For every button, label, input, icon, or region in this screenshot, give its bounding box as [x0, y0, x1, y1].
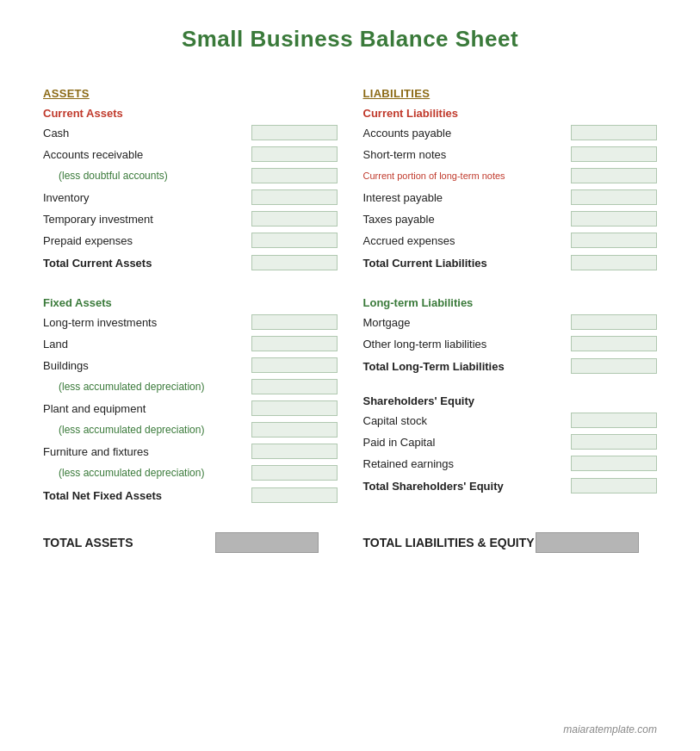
- list-item: Short-term notes: [363, 145, 658, 164]
- less-doubtful-label: (less doubtful accounts): [43, 170, 251, 182]
- list-item: Long-term investments: [43, 313, 338, 332]
- total-longterm-liabilities-label: Total Long-Term Liabilities: [363, 360, 572, 373]
- temporary-investment-label: Temporary investment: [43, 213, 251, 226]
- footer-text: maiaratemplate.com: [563, 723, 657, 735]
- cash-label: Cash: [43, 127, 251, 140]
- list-item: (less accumulated depreciation): [43, 420, 338, 439]
- list-item: Plant and equipment: [43, 399, 338, 418]
- list-item: Mortgage: [363, 313, 658, 332]
- other-longterm-input[interactable]: [571, 336, 657, 351]
- buildings-label: Buildings: [43, 359, 251, 372]
- less-accum-dep-furniture-label: (less accumulated depreciation): [43, 467, 251, 479]
- list-item: Accrued expenses: [363, 231, 658, 250]
- total-longterm-liabilities-input[interactable]: [571, 358, 657, 374]
- list-item: (less accumulated depreciation): [43, 377, 338, 396]
- furniture-fixtures-input[interactable]: [251, 444, 338, 459]
- total-equity-input[interactable]: [571, 478, 657, 493]
- less-accum-dep-buildings-input[interactable]: [251, 379, 338, 394]
- long-term-investments-input[interactable]: [251, 314, 338, 330]
- list-item: Taxes payable: [363, 209, 658, 228]
- prepaid-expenses-label: Prepaid expenses: [43, 234, 251, 247]
- list-item: Cash: [43, 123, 338, 142]
- inventory-label: Inventory: [43, 191, 251, 204]
- total-fixed-assets-input[interactable]: [251, 487, 338, 503]
- inventory-input[interactable]: [251, 189, 338, 205]
- plant-equipment-input[interactable]: [251, 400, 338, 416]
- list-item: Prepaid expenses: [43, 231, 338, 250]
- page: Small Business Balance Sheet ASSETS Curr…: [0, 0, 700, 751]
- accounts-receivable-input[interactable]: [251, 146, 338, 162]
- total-equity-label: Total Shareholders' Equity: [363, 480, 572, 493]
- accrued-expenses-input[interactable]: [571, 233, 657, 248]
- list-item: Interest payable: [363, 188, 658, 207]
- land-input[interactable]: [251, 336, 338, 351]
- less-doubtful-input[interactable]: [251, 168, 338, 183]
- interest-payable-label: Interest payable: [363, 191, 572, 204]
- short-term-notes-input[interactable]: [571, 146, 657, 162]
- total-liabilities-equity-section: TOTAL LIABILITIES & EQUITY: [363, 532, 658, 553]
- list-item: Other long-term liabilities: [363, 334, 658, 353]
- current-portion-longterm-input[interactable]: [571, 168, 657, 183]
- current-liabilities-header: Current Liabilities: [363, 107, 658, 120]
- total-assets-input[interactable]: [215, 532, 319, 553]
- prepaid-expenses-input[interactable]: [251, 233, 338, 248]
- total-fixed-assets-row: Total Net Fixed Assets: [43, 486, 338, 505]
- total-assets-section: TOTAL ASSETS: [43, 532, 338, 553]
- total-current-assets-row: Total Current Assets: [43, 253, 338, 272]
- cash-input[interactable]: [251, 125, 338, 140]
- page-title: Small Business Balance Sheet: [43, 26, 657, 53]
- total-current-liabilities-row: Total Current Liabilities: [363, 253, 658, 272]
- list-item: Paid in Capital: [363, 432, 658, 451]
- list-item: Current portion of long-term notes: [363, 166, 658, 185]
- total-current-assets-input[interactable]: [251, 255, 338, 270]
- list-item: Inventory: [43, 188, 338, 207]
- total-liabilities-equity-input[interactable]: [536, 532, 639, 553]
- mortgage-input[interactable]: [571, 314, 657, 330]
- list-item: Land: [43, 334, 338, 353]
- total-current-assets-label: Total Current Assets: [43, 257, 251, 270]
- assets-column: ASSETS Current Assets Cash Accounts rece…: [43, 87, 338, 512]
- capital-stock-input[interactable]: [571, 413, 657, 428]
- longterm-liabilities-header: Long-term Liabilities: [363, 296, 658, 309]
- paid-in-capital-label: Paid in Capital: [363, 436, 572, 449]
- bottom-totals-row: TOTAL ASSETS TOTAL LIABILITIES & EQUITY: [43, 532, 657, 553]
- accounts-payable-input[interactable]: [571, 125, 657, 140]
- taxes-payable-input[interactable]: [571, 211, 657, 227]
- accrued-expenses-label: Accrued expenses: [363, 234, 572, 247]
- list-item: Capital stock: [363, 411, 658, 430]
- total-assets-label: TOTAL ASSETS: [43, 536, 215, 549]
- temporary-investment-input[interactable]: [251, 211, 338, 227]
- long-term-investments-label: Long-term investments: [43, 316, 251, 329]
- furniture-fixtures-label: Furniture and fixtures: [43, 445, 251, 458]
- buildings-input[interactable]: [251, 357, 338, 373]
- total-liabilities-equity-label: TOTAL LIABILITIES & EQUITY: [363, 536, 536, 549]
- paid-in-capital-input[interactable]: [571, 434, 657, 450]
- accounts-payable-label: Accounts payable: [363, 127, 572, 140]
- list-item: Temporary investment: [43, 209, 338, 228]
- list-item: (less accumulated depreciation): [43, 463, 338, 482]
- less-accum-dep-plant-label: (less accumulated depreciation): [43, 424, 251, 436]
- retained-earnings-input[interactable]: [571, 456, 657, 471]
- retained-earnings-label: Retained earnings: [363, 457, 572, 470]
- total-equity-row: Total Shareholders' Equity: [363, 476, 658, 495]
- other-longterm-label: Other long-term liabilities: [363, 338, 572, 351]
- main-content: ASSETS Current Assets Cash Accounts rece…: [43, 87, 657, 512]
- accounts-receivable-label: Accounts receivable: [43, 148, 251, 161]
- less-accum-dep-furniture-input[interactable]: [251, 465, 338, 481]
- plant-equipment-label: Plant and equipment: [43, 402, 251, 415]
- fixed-assets-header: Fixed Assets: [43, 296, 338, 309]
- land-label: Land: [43, 338, 251, 351]
- total-current-liabilities-input[interactable]: [571, 255, 657, 270]
- capital-stock-label: Capital stock: [363, 414, 572, 427]
- list-item: Accounts receivable: [43, 145, 338, 164]
- list-item: Furniture and fixtures: [43, 442, 338, 461]
- total-longterm-liabilities-row: Total Long-Term Liabilities: [363, 357, 658, 376]
- liabilities-column: LIABILITIES Current Liabilities Accounts…: [363, 87, 658, 512]
- interest-payable-input[interactable]: [571, 189, 657, 205]
- liabilities-header: LIABILITIES: [363, 87, 658, 100]
- less-accum-dep-plant-input[interactable]: [251, 422, 338, 438]
- total-fixed-assets-label: Total Net Fixed Assets: [43, 489, 251, 502]
- list-item: (less doubtful accounts): [43, 166, 338, 185]
- list-item: Retained earnings: [363, 454, 658, 473]
- current-assets-header: Current Assets: [43, 107, 338, 120]
